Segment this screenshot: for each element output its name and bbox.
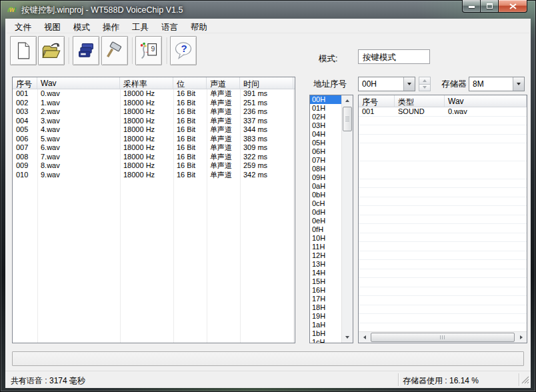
mode-field[interactable]: 按键模式 xyxy=(358,49,430,64)
address-item[interactable]: 0fH xyxy=(310,225,341,234)
address-item[interactable]: 10H xyxy=(310,234,341,243)
address-item[interactable]: 0dH xyxy=(310,208,341,217)
cell-duration: 322 ms xyxy=(240,153,293,162)
address-item[interactable]: 00H xyxy=(310,95,341,104)
cell-bits: 16 Bit xyxy=(173,135,207,144)
chevron-down-icon[interactable] xyxy=(513,77,524,91)
wav-row[interactable]: 007 6.wav 18000 Hz 16 Bit 单声道 309 ms xyxy=(13,143,295,153)
address-item[interactable]: 17H xyxy=(310,295,341,303)
wav-row[interactable]: 002 1.wav 18000 Hz 16 Bit 单声道 251 ms xyxy=(13,99,295,108)
wav-row[interactable]: 003 2.wav 18000 Hz 16 Bit 单声道 236 ms xyxy=(13,107,295,117)
address-item[interactable]: 01H xyxy=(310,104,341,113)
wav-row[interactable]: 006 5.wav 18000 Hz 16 Bit 单声道 383 ms xyxy=(13,135,295,144)
column-header[interactable]: Wav xyxy=(37,77,120,89)
address-item[interactable]: 09H xyxy=(310,173,341,182)
column-header[interactable]: 位 xyxy=(173,77,207,89)
address-item[interactable]: 06H xyxy=(310,147,341,156)
address-item[interactable]: 0bH xyxy=(310,191,341,199)
address-item[interactable]: 05H xyxy=(310,139,341,147)
cell-duration: 342 ms xyxy=(240,171,293,180)
close-button[interactable] xyxy=(498,0,527,13)
wav-row[interactable]: 001 0.wav 18000 Hz 16 Bit 单声道 391 ms xyxy=(13,89,295,99)
spin-down-button[interactable] xyxy=(419,85,431,92)
voice-table-hscrollbar[interactable] xyxy=(359,331,527,343)
address-item[interactable]: 19H xyxy=(310,312,341,321)
address-item[interactable]: 1aH xyxy=(310,321,341,329)
address-item[interactable]: 13H xyxy=(310,260,341,269)
address-scrollbar[interactable] xyxy=(341,95,353,343)
address-item[interactable]: 08H xyxy=(310,165,341,173)
app-icon: w t xyxy=(7,3,19,15)
wav-row[interactable]: 009 8.wav 18000 Hz 16 Bit 单声道 259 ms xyxy=(13,161,295,171)
menu-item[interactable]: 帮助 xyxy=(186,20,212,33)
menu-bar: 文件视图模式操作工具语言帮助 xyxy=(7,20,529,33)
scroll-right-icon xyxy=(520,335,523,339)
scroll-left-button[interactable] xyxy=(359,332,370,343)
spin-up-button[interactable] xyxy=(419,77,431,85)
cell-index: 004 xyxy=(13,117,37,126)
scroll-right-button[interactable] xyxy=(515,332,527,343)
address-item[interactable]: 04H xyxy=(310,130,341,139)
maximize-button[interactable] xyxy=(480,0,499,13)
address-item[interactable]: 1cH xyxy=(310,338,341,343)
open-project-button[interactable] xyxy=(38,36,65,65)
address-item[interactable]: 15H xyxy=(310,277,341,286)
cell-rate: 18000 Hz xyxy=(120,171,173,180)
address-item[interactable]: 03H xyxy=(310,121,341,130)
menu-item[interactable]: 视图 xyxy=(39,20,65,33)
memory-combobox[interactable]: 8M xyxy=(469,77,525,91)
address-item[interactable]: 0aH xyxy=(310,182,341,191)
scroll-down-button[interactable] xyxy=(342,332,353,343)
address-item[interactable]: 0eH xyxy=(310,217,341,225)
new-file-button[interactable] xyxy=(10,36,37,65)
address-item[interactable]: 02H xyxy=(310,113,341,121)
column-header[interactable]: 采样率 xyxy=(120,77,173,89)
column-header[interactable]: Wav xyxy=(445,95,527,107)
status-memory-usage: 存储器使用 : 16.14 % xyxy=(403,375,479,387)
address-item[interactable]: 1bH xyxy=(310,329,341,338)
column-header[interactable]: 序号 xyxy=(359,95,395,107)
menu-item[interactable]: 文件 xyxy=(10,20,36,33)
address-item[interactable]: 16H xyxy=(310,286,341,295)
chip-list-button[interactable] xyxy=(73,36,99,65)
scroll-up-button[interactable] xyxy=(342,95,353,106)
help-button[interactable]: ? xyxy=(170,36,197,65)
cell-bits: 16 Bit xyxy=(173,153,207,162)
column-header[interactable]: 时间 xyxy=(240,77,293,89)
address-item[interactable]: 07H xyxy=(310,156,341,165)
minimize-button[interactable] xyxy=(462,0,481,13)
resize-grip[interactable] xyxy=(521,375,529,386)
address-item[interactable]: 14H xyxy=(310,269,341,277)
menu-item[interactable]: 操作 xyxy=(98,20,124,33)
wav-row[interactable]: 005 4.wav 18000 Hz 16 Bit 单声道 344 ms xyxy=(13,125,295,135)
wav-row[interactable]: 008 7.wav 18000 Hz 16 Bit 单声道 322 ms xyxy=(13,153,295,162)
menu-item[interactable]: 语言 xyxy=(157,20,183,33)
voice-row[interactable]: 001 SOUND 0.wav xyxy=(359,107,527,117)
address-item[interactable]: 0cH xyxy=(310,199,341,208)
scrollbar-thumb[interactable] xyxy=(343,107,352,131)
address-item[interactable]: 12H xyxy=(310,251,341,260)
cell-wav: 9.wav xyxy=(37,171,120,180)
address-item[interactable]: 11H xyxy=(310,243,341,251)
column-header[interactable]: 声道 xyxy=(207,77,240,89)
cell-wav: 7.wav xyxy=(37,153,120,162)
menu-item[interactable]: 工具 xyxy=(127,20,153,33)
cell-rate: 18000 Hz xyxy=(120,135,173,144)
minimize-icon xyxy=(469,6,475,8)
title-bar[interactable]: w t 按键控制.winproj - WT588D VoiceChip V1.5 xyxy=(0,0,536,19)
menu-item[interactable]: 模式 xyxy=(69,20,95,33)
cell-wav: 0.wav xyxy=(445,107,527,117)
column-header[interactable]: 序号 xyxy=(13,77,37,89)
hscrollbar-thumb[interactable] xyxy=(371,333,515,342)
download-chip-button[interactable]: 9 xyxy=(135,36,162,65)
address-item[interactable]: 18H xyxy=(310,303,341,312)
chevron-down-icon[interactable] xyxy=(403,77,415,91)
address-combobox[interactable]: 00H xyxy=(358,77,415,91)
wav-row[interactable]: 004 3.wav 18000 Hz 16 Bit 单声道 337 ms xyxy=(13,117,295,126)
wav-row[interactable]: 010 9.wav 18000 Hz 16 Bit 单声道 342 ms xyxy=(13,171,295,180)
build-button[interactable] xyxy=(101,36,128,65)
column-header[interactable]: 类型 xyxy=(395,95,445,107)
maximize-icon xyxy=(487,3,493,9)
mode-value: 按键模式 xyxy=(363,53,396,62)
app-window: w t 按键控制.winproj - WT588D VoiceChip V1.5… xyxy=(0,0,536,392)
